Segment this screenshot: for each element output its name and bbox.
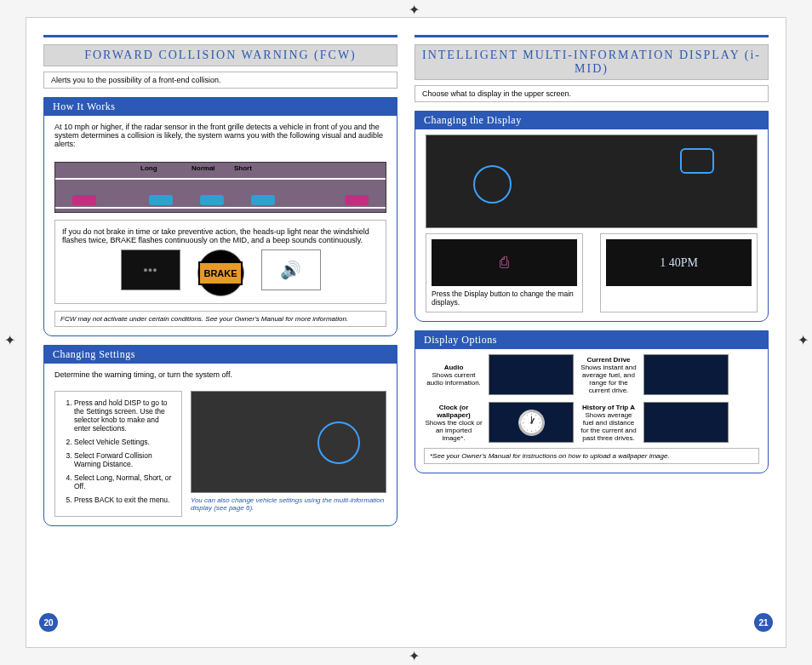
fcw-distance-diagram: Long Normal Short	[54, 162, 386, 213]
how-text: At 10 mph or higher, if the radar sensor…	[44, 116, 397, 155]
dashboard-image	[426, 135, 758, 228]
settings-screen-image	[191, 391, 386, 493]
option-audio: Audio Shows current audio information.	[424, 364, 483, 387]
section-changing-settings: Changing Settings Determine the warning …	[43, 345, 397, 526]
option-history-image	[643, 402, 729, 443]
page-title-imid: INTELLIGENT MULTI-INFORMATION DISPLAY (i…	[415, 44, 769, 80]
page-number-right: 21	[754, 613, 773, 632]
crop-mark-top: ✦	[406, 2, 421, 17]
display-button-box: ⎙ Press the Display button to change the…	[426, 233, 583, 312]
step-3: Select Forward Collision Warning Distanc…	[74, 451, 174, 468]
beep-icon: 🔊	[261, 249, 321, 290]
settings-steps: Press and hold DISP to go to the Setting…	[54, 391, 182, 517]
car-icon	[200, 195, 224, 205]
page-right: INTELLIGENT MULTI-INFORMATION DISPLAY (i…	[415, 35, 769, 622]
page-title-fcw: FORWARD COLLISION WARNING (FCW)	[43, 44, 397, 66]
section-how-it-works: How It Works At 10 mph or higher, if the…	[43, 97, 397, 336]
step-5: Press BACK to exit the menu.	[74, 496, 174, 504]
crop-mark-left: ✦	[2, 333, 17, 348]
car-icon	[72, 195, 96, 205]
section-changing-display: Changing the Display ⎙ Press the Display…	[415, 111, 769, 322]
settings-caption: You can also change vehicle settings usi…	[191, 496, 386, 512]
brake-label: BRAKE	[198, 261, 242, 285]
warning-text: If you do not brake in time or take prev…	[62, 227, 379, 244]
display-button-image: ⎙	[432, 239, 577, 286]
clock-display-image: 1 40PM	[606, 239, 752, 286]
page-number-left: 20	[39, 613, 58, 632]
label-long: Long	[140, 164, 157, 172]
section-heading: How It Works	[44, 98, 397, 116]
option-audio-image	[489, 354, 574, 395]
step-1: Press and hold DISP to go to the Setting…	[74, 398, 174, 433]
options-grid: Audio Shows current audio information. C…	[424, 354, 759, 443]
label-normal: Normal	[192, 164, 215, 172]
page-spread: FORWARD COLLISION WARNING (FCW) Alerts y…	[26, 17, 786, 648]
fcw-footnote: FCW may not activate under certain condi…	[54, 311, 386, 327]
options-footnote: *See your Owner's Manual for instruction…	[424, 448, 759, 464]
intro-imid: Choose what to display in the upper scre…	[415, 85, 769, 102]
crop-mark-bottom: ✦	[406, 648, 421, 663]
clock-display-box: 1 40PM	[600, 233, 758, 312]
car-icon	[345, 195, 369, 205]
brake-indicator-image: BRAKE	[197, 249, 244, 296]
option-clock: Clock (or wallpaper) Shows the clock or …	[424, 404, 483, 442]
step-2: Select Vehicle Settings.	[74, 438, 174, 446]
warning-box: If you do not brake in time or take prev…	[54, 220, 386, 304]
option-clock-image	[489, 402, 574, 443]
heads-up-light-image: ●●●	[121, 249, 180, 290]
settings-intro: Determine the warning timing, or turn th…	[44, 364, 397, 386]
label-short: Short	[234, 164, 252, 172]
section-heading: Display Options	[415, 331, 768, 349]
top-rule	[43, 35, 397, 37]
display-button-caption: Press the Display button to change the m…	[432, 290, 577, 307]
step-4: Select Long, Normal, Short, or Off.	[74, 473, 174, 490]
option-current-drive: Current Drive Shows instant and average …	[579, 356, 638, 394]
car-icon	[251, 195, 275, 205]
top-rule	[415, 35, 769, 37]
page-left: FORWARD COLLISION WARNING (FCW) Alerts y…	[43, 35, 397, 622]
option-history: History of Trip A Shows average fuel and…	[579, 404, 638, 442]
crop-mark-right: ✦	[795, 333, 810, 348]
option-drive-image	[643, 354, 729, 395]
section-heading: Changing the Display	[415, 112, 768, 129]
section-display-options: Display Options Audio Shows current audi…	[415, 330, 769, 473]
section-heading: Changing Settings	[44, 346, 397, 364]
intro-fcw: Alerts you to the possibility of a front…	[43, 72, 397, 89]
car-icon	[149, 195, 173, 205]
